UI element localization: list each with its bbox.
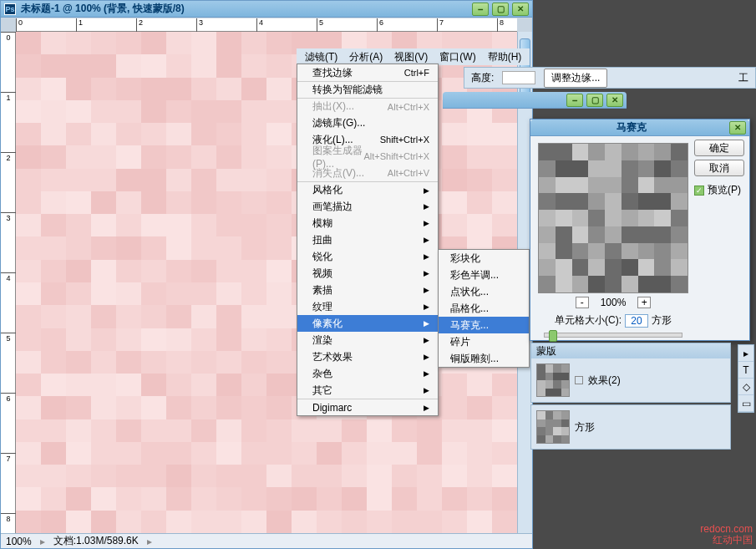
menu-item[interactable]: 锐化▶ — [297, 248, 438, 265]
cell-size-slider[interactable] — [544, 333, 682, 338]
submenu-item[interactable]: 晶格化... — [439, 300, 529, 317]
horizontal-ruler: 012345678 — [16, 18, 517, 32]
submenu-item[interactable]: 马赛克... — [439, 317, 529, 333]
checkbox-icon[interactable] — [575, 376, 583, 384]
preview-area[interactable] — [538, 143, 688, 293]
ok-button[interactable]: 确定 — [694, 140, 744, 156]
maximize-button[interactable]: ▢ — [586, 94, 603, 107]
dialog-title: 马赛克 — [534, 120, 729, 135]
tool-strip: ▸ T ◇ ▭ — [738, 344, 754, 413]
layer-unit: 方形 — [575, 420, 595, 435]
maximize-button[interactable]: ▢ — [492, 3, 509, 16]
menu-item[interactable]: 模糊▶ — [297, 215, 438, 231]
watermark: redocn.com 红动中国 — [700, 524, 753, 546]
slider-thumb[interactable] — [549, 330, 557, 342]
zoom-value: 100% — [601, 297, 627, 308]
document-window-2: ‒ ▢ ✕ — [443, 92, 627, 114]
cancel-button[interactable]: 取消 — [694, 160, 744, 176]
zoom-in-button[interactable]: + — [637, 297, 651, 308]
close-button[interactable]: ✕ — [606, 94, 623, 107]
close-button[interactable]: ✕ — [512, 3, 529, 16]
menu-item[interactable]: Digimarc▶ — [297, 399, 438, 415]
menu-item[interactable]: 像素化▶ — [297, 315, 438, 332]
submenu-item[interactable]: 彩色半调... — [439, 267, 529, 283]
zoom-out-button[interactable]: - — [576, 297, 589, 308]
document-title: 未标题-1 @ 100% (背景, 快速蒙版/8) — [21, 2, 472, 16]
cell-size-label: 单元格大小(C): — [555, 313, 622, 328]
preview-checkbox[interactable]: ✓ 预览(P) — [694, 183, 744, 197]
tool-icon: 工 — [738, 71, 748, 85]
cell-size-input[interactable] — [625, 314, 648, 328]
layer-thumbnail[interactable] — [536, 410, 570, 444]
menu-item: 抽出(X)...Alt+Ctrl+X — [297, 98, 438, 114]
menu-item[interactable]: 素描▶ — [297, 282, 438, 298]
minimize-button[interactable]: ‒ — [566, 94, 583, 107]
menu-item[interactable]: 其它▶ — [297, 382, 438, 399]
menu-item[interactable]: 查找边缘Ctrl+F — [297, 64, 438, 81]
refine-edge-button[interactable]: 调整边缘... — [544, 69, 607, 88]
titlebar[interactable]: Ps 未标题-1 @ 100% (背景, 快速蒙版/8) ‒ ▢ ✕ — [1, 1, 532, 18]
panel-header[interactable]: 蒙版 — [531, 343, 730, 358]
menu-item[interactable]: 风格化▶ — [297, 181, 438, 198]
submenu-item[interactable]: 彩块化 — [439, 250, 529, 267]
tool-note-icon[interactable]: ▭ — [738, 395, 753, 412]
mask-thumbnail[interactable] — [536, 363, 570, 397]
layer-panel: 方形 — [530, 404, 731, 450]
menu-item[interactable]: 滤镜库(G)... — [297, 114, 438, 131]
submenu-item[interactable]: 点状化... — [439, 283, 529, 300]
tool-lasso-icon[interactable]: ◇ — [738, 379, 753, 395]
filter-menu: 查找边缘Ctrl+F转换为智能滤镜抽出(X)...Alt+Ctrl+X滤镜库(G… — [297, 64, 439, 416]
panels: 蒙版 效果(2) 方形 — [530, 343, 731, 451]
height-label: 高度: — [471, 71, 494, 85]
menu-item[interactable]: 纹理▶ — [297, 298, 438, 315]
layer-label[interactable]: 效果(2) — [588, 374, 621, 388]
tool-arrow-icon[interactable]: ▸ — [738, 345, 753, 362]
submenu-item[interactable]: 碎片 — [439, 333, 529, 350]
cell-size-unit: 方形 — [652, 313, 672, 328]
mosaic-dialog: 马赛克 ✕ - 100% + 单元格大小(C): 方形 确定 取消 ✓ 预览(P… — [530, 119, 750, 341]
submenu-item[interactable]: 铜版雕刻... — [439, 350, 529, 367]
minimize-button[interactable]: ‒ — [472, 3, 489, 16]
vertical-ruler: 012345678 — [1, 32, 16, 533]
check-icon: ✓ — [694, 186, 704, 196]
tool-type-icon[interactable]: T — [738, 362, 753, 379]
menu-item[interactable]: 扭曲▶ — [297, 231, 438, 248]
menu-item[interactable]: 窗口(W) — [434, 48, 480, 66]
preview-label: 预览(P) — [708, 183, 741, 197]
menu-item: 消失点(V)...Alt+Ctrl+V — [297, 165, 438, 181]
menu-item[interactable]: 转换为智能滤镜 — [297, 81, 438, 98]
menu-item[interactable]: 帮助(H) — [483, 48, 527, 66]
dialog-titlebar[interactable]: 马赛克 ✕ — [530, 119, 749, 136]
menu-item: 图案生成器(P)...Alt+Shift+Ctrl+X — [297, 148, 438, 165]
doc-info: 文档:1.03M/589.6K — [53, 534, 139, 548]
menu-item[interactable]: 画笔描边▶ — [297, 198, 438, 215]
status-bar: 100% ▸ 文档:1.03M/589.6K ▸ — [1, 533, 532, 548]
pixelate-submenu: 彩块化彩色半调...点状化...晶格化...马赛克...碎片铜版雕刻... — [438, 249, 530, 368]
mask-panel: 蒙版 效果(2) — [530, 343, 731, 403]
menu-item[interactable]: 视频▶ — [297, 265, 438, 282]
dialog-close-button[interactable]: ✕ — [729, 121, 746, 135]
app-icon: Ps — [4, 3, 16, 15]
menu-item[interactable]: 艺术效果▶ — [297, 348, 438, 365]
menu-item[interactable]: 渲染▶ — [297, 332, 438, 348]
height-input[interactable] — [502, 71, 535, 84]
zoom-level[interactable]: 100% — [6, 536, 32, 547]
menu-item[interactable]: 杂色▶ — [297, 365, 438, 382]
options-bar: 高度: 调整边缘... 工 — [464, 67, 756, 89]
menu-bar: 滤镜(T)分析(A)视图(V)窗口(W)帮助(H) — [297, 48, 530, 65]
